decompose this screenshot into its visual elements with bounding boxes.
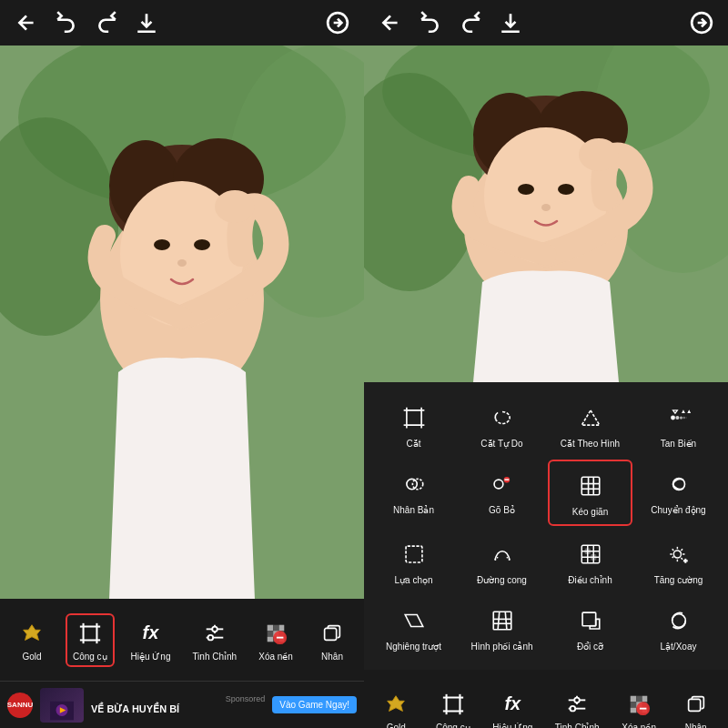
left-undo-button[interactable] — [55, 11, 78, 35]
gold-icon — [17, 619, 46, 648]
motion-icon — [662, 467, 696, 501]
right-redo-button[interactable] — [459, 11, 482, 35]
right-undo-button[interactable] — [419, 11, 442, 35]
right-tool-nhan-ban[interactable]: Nhân Bản — [371, 460, 456, 526]
svg-marker-69 — [581, 410, 600, 425]
left-photo-area — [0, 46, 364, 599]
right-tool-cat-label: Cắt — [407, 439, 421, 449]
right-back-button[interactable] — [379, 11, 402, 35]
right-layers-icon — [682, 690, 711, 719]
svg-point-23 — [212, 626, 217, 632]
svg-point-74 — [685, 417, 687, 419]
right-tool-nhan[interactable]: Nhân — [673, 686, 719, 729]
remove-dots-icon — [485, 467, 520, 501]
right-tune-icon — [562, 690, 592, 719]
left-tool-xoa-nen-label: Xóa nền — [258, 652, 293, 662]
right-tool-go-bo-label: Gõ Bỏ — [489, 505, 515, 515]
right-tool-duong-cong[interactable]: Đường cong — [460, 530, 544, 592]
left-tool-hieu-ung[interactable]: fx Hiệu Ứng — [126, 615, 177, 665]
svg-rect-82 — [581, 477, 600, 495]
svg-point-13 — [215, 190, 255, 223]
right-tool-tang-cuong-label: Tăng cường — [654, 575, 703, 585]
triangle-cut-icon — [573, 400, 608, 435]
svg-point-79 — [494, 480, 503, 489]
svg-line-106 — [672, 556, 673, 558]
right-tool-xoa-nen[interactable]: Xóa nền — [616, 686, 662, 729]
svg-rect-91 — [581, 545, 600, 563]
left-tool-nhan[interactable]: Nhân — [309, 615, 355, 665]
left-redo-button[interactable] — [95, 11, 118, 35]
right-tool-dieu-chinh[interactable]: Điều chỉnh — [548, 530, 632, 592]
right-tool-keo-gian-label: Kéo giãn — [572, 507, 608, 517]
svg-point-12 — [177, 259, 187, 267]
right-tool-gold[interactable]: Gold — [373, 686, 419, 729]
right-tool-cat-theo-hinh[interactable]: Cắt Theo Hình — [548, 393, 632, 456]
left-panel: Gold Công cụ fx — [0, 0, 364, 728]
right-tool-cat-theo-hinh-label: Cắt Theo Hình — [561, 439, 620, 449]
right-tool-keo-gian[interactable]: Kéo giãn — [548, 460, 632, 526]
left-forward-button[interactable] — [326, 11, 349, 35]
right-tool-tan-bien[interactable]: ▲▲ Tan Biến — [636, 393, 721, 456]
svg-point-59 — [579, 138, 619, 171]
svg-rect-33 — [279, 624, 285, 631]
grid-stretch-icon — [573, 469, 608, 503]
right-tool-nghieng-truot-label: Nghiêng trượt — [386, 642, 441, 652]
right-tool-cong-cu-label: Công cụ — [436, 723, 470, 729]
right-fx-icon: fx — [498, 690, 527, 719]
left-tool-gold-label: Gold — [22, 652, 41, 662]
right-forward-button[interactable] — [690, 11, 713, 35]
right-tool-lua-chon[interactable]: Lựa chọn — [371, 530, 456, 592]
left-ad-thumbnail — [40, 688, 84, 723]
right-tool-hieu-ung[interactable]: fx Hiệu Ứng — [487, 686, 538, 729]
lasso-icon — [485, 400, 520, 435]
dots-fade-icon: ▲▲ — [662, 400, 696, 435]
left-ad-content: Sponsored VỀ BỪA HUYỀN BÍ — [91, 694, 265, 715]
tune-icon — [200, 619, 229, 648]
left-ad-button[interactable]: Vào Game Ngay! — [272, 696, 357, 713]
right-tool-cat[interactable]: Cắt — [371, 393, 456, 456]
right-tool-chuyen-dong[interactable]: Chuyển động — [636, 460, 721, 526]
right-tool-nhan-ban-label: Nhân Bản — [393, 505, 434, 515]
svg-point-129 — [574, 697, 580, 703]
svg-point-58 — [541, 204, 551, 211]
svg-rect-140 — [631, 702, 637, 708]
right-tool-go-bo[interactable]: Gõ Bỏ — [460, 460, 544, 526]
left-back-button[interactable] — [15, 11, 38, 35]
right-tool-lat-xoay[interactable]: Lật/Xoay — [636, 596, 721, 659]
crop-icon — [76, 619, 105, 648]
svg-point-11 — [194, 239, 210, 250]
right-tool-duong-cong-label: Đường cong — [477, 575, 527, 585]
svg-point-70 — [671, 416, 675, 420]
layers-icon — [318, 619, 347, 648]
perspective-icon — [485, 603, 520, 638]
right-tool-hinh-phoi-canh[interactable]: Hình phối cảnh — [460, 596, 544, 659]
svg-line-103 — [672, 549, 673, 551]
resize-icon — [573, 603, 608, 638]
svg-rect-34 — [268, 631, 274, 637]
right-tool-gold-label: Gold — [387, 723, 406, 729]
right-tool-lua-chon-label: Lựa chọn — [394, 575, 432, 585]
right-tool-cong-cu[interactable]: Công cụ — [430, 686, 476, 729]
right-tool-doi-co[interactable]: Đổi cỡ — [548, 596, 632, 659]
left-ad-text: VỀ BỪA HUYỀN BÍ — [91, 703, 265, 715]
svg-marker-75 — [672, 410, 677, 413]
left-download-button[interactable] — [135, 11, 158, 35]
flip-rotate-icon — [662, 603, 696, 638]
cat-icon — [397, 400, 431, 435]
left-tool-gold[interactable]: Gold — [9, 615, 55, 665]
svg-point-73 — [682, 417, 684, 419]
right-tool-nghieng-truot[interactable]: Nghiêng trượt — [371, 596, 456, 659]
right-photo-area — [364, 46, 728, 382]
left-tool-tinh-chinh[interactable]: Tinh Chỉnh — [187, 615, 242, 665]
svg-point-10 — [154, 239, 170, 250]
right-tool-tan-bien-label: Tan Biến — [661, 439, 696, 449]
right-tool-tang-cuong[interactable]: Tăng cường — [636, 530, 721, 592]
left-tool-xoa-nen[interactable]: Xóa nền — [253, 615, 298, 665]
right-tool-cat-tu-do[interactable]: Cắt Tự Do — [460, 393, 544, 456]
svg-text:▲▲: ▲▲ — [680, 408, 690, 414]
right-download-button[interactable] — [499, 11, 522, 35]
right-tool-tinh-chinh[interactable]: Tinh Chỉnh — [550, 686, 605, 729]
right-tool-xoa-nen-label: Xóa nền — [622, 723, 656, 729]
left-tool-cong-cu[interactable]: Công cụ — [66, 613, 115, 667]
right-crop-icon — [439, 690, 468, 719]
